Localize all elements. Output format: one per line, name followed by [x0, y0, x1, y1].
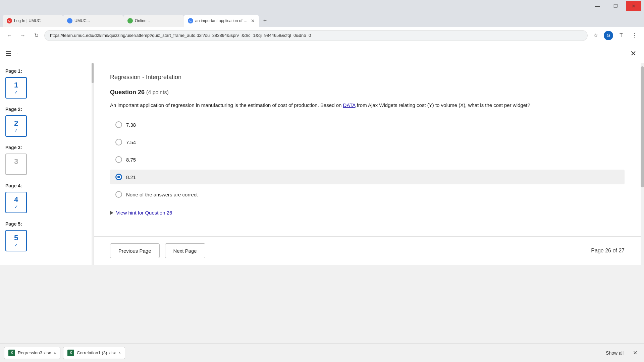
page-3-title: Page 3: [5, 145, 88, 150]
taskbar-item-correlation[interactable]: X Correlation1 (3).xlsx ∧ [63, 347, 125, 359]
sidebar-page-3[interactable]: 3 – – [5, 154, 27, 175]
page-4-number: 4 [14, 195, 18, 204]
answer-options: 7.38 7.54 8.75 8.21 [110, 117, 625, 202]
radio-1 [115, 121, 122, 128]
data-link[interactable]: DATA [343, 102, 356, 108]
bookmark-button[interactable]: ☆ [590, 30, 601, 41]
quiz-body: Page 1: 1 ✓ Page 2: 2 ✓ Page 3: 3 – – Pa… [0, 63, 644, 265]
breadcrumb-dash: — [22, 51, 27, 56]
menu-button[interactable]: ⋮ [629, 30, 640, 41]
sidebar-page-2[interactable]: 2 ✓ [5, 115, 27, 137]
taskbar-label-regression: Regression3.xlsx [18, 350, 51, 355]
tab-umuc[interactable]: UMUC... [63, 15, 123, 27]
answer-option-4[interactable]: 8.21 [110, 170, 625, 184]
sidebar-page-5[interactable]: 5 ✓ [5, 230, 27, 251]
page-4-status: ✓ [14, 204, 18, 209]
hamburger-menu-icon[interactable]: ☰ [5, 50, 11, 58]
answer-option-1[interactable]: 7.38 [110, 117, 625, 132]
breadcrumb-separator: · [17, 51, 18, 56]
window-close-button[interactable]: ✕ [626, 1, 641, 11]
answer-text-5: None of the answers are correct [126, 192, 198, 197]
radio-4 [115, 174, 122, 180]
taskbar-chevron-correlation: ∧ [118, 351, 121, 355]
page-2-title: Page 2: [5, 107, 88, 112]
taskbar-chevron-regression: ∧ [54, 351, 56, 355]
content-scroll-rail [641, 63, 644, 265]
maximize-button[interactable]: ❐ [608, 1, 623, 11]
taskbar-icon-text-2: X [70, 351, 72, 355]
tab3-favicon [127, 18, 133, 23]
radio-5 [115, 191, 122, 198]
top-nav-bar: ☰ · — ✕ [0, 44, 644, 63]
browser-actions: ☆ G T ⋮ [590, 30, 640, 41]
quiz-nav-bar: Previous Page Next Page Page 26 of 27 [94, 236, 641, 265]
section-title: Regression - Interpretation [110, 74, 625, 81]
tab4-favicon: G [188, 18, 193, 23]
minimize-button[interactable]: — [590, 1, 605, 11]
question-number: Question 26 [110, 89, 145, 96]
answer-option-2[interactable]: 7.54 [110, 135, 625, 149]
question-text: An important application of regression i… [110, 101, 625, 109]
page-2-number: 2 [14, 119, 18, 128]
question-header: Question 26 (4 points) [110, 89, 625, 96]
new-tab-button[interactable]: + [260, 16, 270, 25]
tab3-label: Online... [135, 18, 150, 23]
taskbar-icon-correlation: X [67, 350, 74, 356]
previous-page-button[interactable]: Previous Page [110, 243, 160, 258]
tab-active[interactable]: G an important application of reg... ✕ [184, 15, 259, 27]
page-group-1: Page 1: 1 ✓ [5, 68, 88, 99]
forward-button[interactable]: → [17, 30, 28, 41]
tab-close-button[interactable]: ✕ [251, 18, 255, 23]
sidebar-page-4[interactable]: 4 ✓ [5, 192, 27, 213]
question-text-part1: An important application of regression i… [110, 102, 343, 108]
page-5-number: 5 [14, 234, 18, 242]
answer-text-3: 8.75 [126, 157, 136, 163]
tab1-favicon: U [7, 18, 12, 23]
address-input[interactable] [44, 30, 588, 41]
answer-option-5[interactable]: None of the answers are correct [110, 187, 625, 202]
hint-link[interactable]: View hint for Question 26 [116, 210, 172, 216]
hint-row[interactable]: View hint for Question 26 [110, 210, 625, 216]
page-group-5: Page 5: 5 ✓ [5, 221, 88, 251]
sidebar-scroll-thumb [92, 63, 94, 83]
page-1-title: Page 1: [5, 68, 88, 74]
page-3-number: 3 [14, 157, 18, 166]
profile-button[interactable]: G [604, 31, 613, 40]
taskbar-close-button[interactable]: ✕ [630, 348, 640, 357]
answer-text-1: 7.38 [126, 122, 136, 128]
title-bar: — ❐ ✕ [0, 0, 644, 12]
close-quiz-button[interactable]: ✕ [628, 48, 639, 59]
page-3-status: – – [13, 166, 19, 171]
taskbar-label-correlation: Correlation1 (3).xlsx [77, 350, 116, 355]
extension-button[interactable]: T [616, 30, 627, 41]
back-button[interactable]: ← [4, 30, 15, 41]
tab-login-umuc[interactable]: U Log In | UMUC [3, 15, 63, 27]
sidebar-scroll-rail [92, 63, 94, 265]
taskbar-icon-text: X [11, 351, 13, 355]
radio-3 [115, 156, 122, 163]
reload-button[interactable]: ↻ [31, 30, 42, 41]
tab-bar: U Log In | UMUC UMUC... Online... G an i… [0, 12, 644, 27]
tab-online[interactable]: Online... [123, 15, 184, 27]
tab1-label: Log In | UMUC [14, 18, 41, 23]
sidebar-page-1[interactable]: 1 ✓ [5, 77, 27, 99]
tab2-favicon [67, 18, 72, 23]
question-text-part2: from Ajax Widgets relating cost (Y) to v… [356, 102, 530, 108]
page-1-status: ✓ [14, 89, 18, 95]
page-group-4: Page 4: 4 ✓ [5, 183, 88, 213]
answer-option-3[interactable]: 8.75 [110, 152, 625, 167]
taskbar-item-regression[interactable]: X Regression3.xlsx ∧ [4, 347, 60, 359]
radio-inner-4 [117, 176, 120, 178]
page-info: Page 26 of 27 [591, 248, 625, 254]
page-group-3: Page 3: 3 – – [5, 145, 88, 175]
page-5-status: ✓ [14, 242, 18, 248]
main-content-area: Regression - Interpretation Question 26 … [94, 63, 641, 265]
content-scroll-thumb [641, 66, 644, 187]
tab2-label: UMUC... [74, 18, 90, 23]
next-page-button[interactable]: Next Page [165, 243, 205, 258]
show-all-button[interactable]: Show all [602, 349, 628, 357]
quiz-sidebar: Page 1: 1 ✓ Page 2: 2 ✓ Page 3: 3 – – Pa… [0, 63, 94, 265]
radio-2 [115, 139, 122, 145]
question-points: (4 points) [146, 89, 169, 95]
page-1-number: 1 [14, 81, 18, 89]
